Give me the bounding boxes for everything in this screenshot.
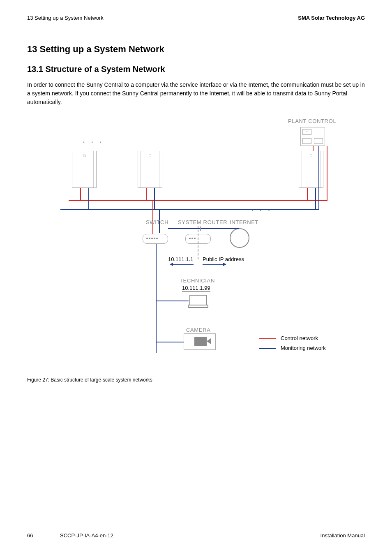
doc-id: SCCP-JP-IA-A4-en-12 — [60, 532, 113, 539]
ellipsis-icon: . . . — [83, 134, 104, 145]
router-boundary — [198, 226, 198, 259]
control-line — [152, 200, 153, 236]
technician-label: TECHNICIAN — [180, 278, 215, 284]
header-left: 13 Setting up a System Network — [27, 15, 104, 21]
switch-label: SWITCH — [146, 219, 168, 225]
body-paragraph: In order to connect the Sunny Central to… — [27, 81, 365, 106]
monitor-line — [88, 188, 89, 209]
monitor-line — [156, 342, 184, 342]
ip-right-label: Public IP address — [203, 256, 244, 262]
switch-icon — [143, 234, 168, 244]
control-line — [313, 146, 314, 151]
arrow-line — [203, 264, 223, 265]
monitor-line — [156, 244, 157, 353]
camera-box — [184, 333, 216, 350]
cabinet-icon — [72, 151, 97, 188]
laptop-icon — [189, 295, 207, 306]
footer-right: Installation Manual — [321, 532, 365, 539]
monitor-line — [60, 209, 319, 210]
ellipsis-icon: . . . — [251, 203, 272, 213]
subsection-heading: 13.1 Structure of a System Network — [27, 65, 365, 74]
plant-control-icon: ∼ — [300, 127, 325, 146]
header-right: SMA Solar Technology AG — [298, 15, 365, 21]
ip-left-label: 10.111.1.1 — [168, 256, 193, 262]
footer: 66 SCCP-JP-IA-A4-en-12 Installation Manu… — [27, 532, 365, 539]
arrow-right-icon — [223, 263, 226, 266]
network-diagram: PLANT CONTROL ∼ . . . . . . SWITCH S — [52, 118, 340, 373]
arrow-line — [173, 264, 194, 265]
control-line — [146, 188, 147, 200]
internet-label: INTERNET — [230, 219, 258, 225]
monitor-line — [315, 188, 316, 209]
globe-icon — [230, 228, 249, 248]
plant-control-label: PLANT CONTROL — [288, 118, 336, 124]
cabinet-icon — [138, 151, 162, 188]
system-router-label: SYSTEM ROUTER — [178, 219, 227, 225]
legend-control: Control network — [259, 335, 318, 341]
cabinet-icon — [299, 151, 323, 188]
legend-monitor: Monitoring network — [259, 345, 326, 351]
monitor-line — [238, 228, 239, 229]
page-number: 66 — [27, 532, 33, 539]
monitor-line — [318, 146, 319, 209]
figure-caption: Figure 27: Basic structure of large-scal… — [27, 377, 365, 383]
monitor-line — [156, 301, 189, 301]
technician-ip-label: 10.111.1.99 — [182, 285, 210, 291]
camera-label: CAMERA — [186, 327, 211, 333]
control-line — [327, 146, 327, 200]
control-line — [69, 200, 327, 201]
control-line — [80, 188, 81, 200]
control-line — [307, 188, 308, 200]
router-pin — [200, 227, 201, 231]
arrow-left-icon — [170, 263, 173, 266]
monitor-line — [168, 228, 238, 229]
section-heading: 13 Setting up a System Network — [27, 44, 365, 55]
monitor-line — [154, 188, 155, 209]
